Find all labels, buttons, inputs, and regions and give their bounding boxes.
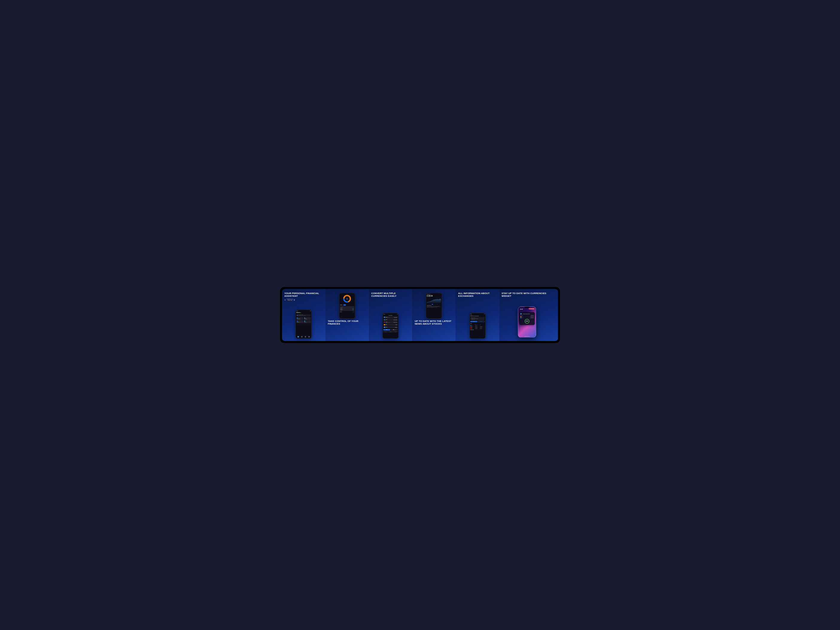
- donut-month-label: June: [346, 298, 348, 299]
- phone-number: 📞 +48 578 332 853: [471, 319, 484, 320]
- phone-mockup-5: 11:11 ●●● ● Open Kantor Metal Market Eur…: [469, 313, 486, 339]
- laurel-container: ❧ Trusted by users ★★★★★ ❦: [284, 298, 323, 301]
- btc-amount: 14.08: [395, 324, 397, 325]
- balance-label: Balance: [340, 309, 343, 310]
- gbp-buy: 1.8659PLN: [475, 327, 480, 328]
- see-all-link[interactable]: See All: [353, 311, 354, 312]
- panel-take-control: June 2024 ◀ May July ▶: [325, 289, 369, 341]
- menu-grid: Budget Planner Track your budget... Exch…: [297, 317, 311, 324]
- menu-budget: Budget Planner Track your budget...: [297, 317, 304, 320]
- eur-mini-flag: [470, 326, 471, 327]
- phone-time-1: 07:36: [297, 311, 298, 311]
- usd-flag: [297, 315, 298, 316]
- paste-btn[interactable]: 📄 Paste: [391, 329, 398, 330]
- usd-rates: EUR 0.93271096 · BTC 0.000000048: [298, 315, 305, 316]
- stocks-icon: [304, 321, 305, 322]
- call-btn[interactable]: Call: [470, 321, 477, 322]
- gbp-widget-info: GBP: [521, 315, 523, 316]
- gbp-widget-code: GBP: [522, 315, 523, 316]
- panel-1-title: YOUR PERSONAL FINANCIAL ASSISTANT: [284, 292, 323, 297]
- btc-widget-code: BTC: [522, 316, 523, 317]
- key-2[interactable]: 2: [388, 331, 393, 332]
- stock-chart-area: [427, 298, 441, 303]
- panel-4-phone-wrapper: Apple Inc. Computers Electronics $ 194.3…: [415, 292, 453, 319]
- usd-full-name: United States Dollar: [386, 317, 390, 318]
- dynamic-island: [524, 306, 530, 308]
- month-july[interactable]: July ▶: [343, 305, 346, 306]
- directions-btn[interactable]: Get Directions: [477, 321, 485, 322]
- chf-buy: 1.8659PLN: [475, 328, 480, 329]
- panel-5-phone-wrapper: 11:11 ●●● ● Open Kantor Metal Market Eur…: [458, 298, 497, 339]
- donut-year-label: 2024: [346, 299, 348, 300]
- gbp-full-name: British Pound Sterling: [386, 322, 390, 323]
- tf-3m[interactable]: 3M: [432, 304, 433, 305]
- phone-mockup-2: June 2024 ◀ May July ▶: [339, 293, 355, 319]
- usd-badge: USD: [470, 325, 475, 325]
- key-1[interactable]: 1: [383, 331, 388, 332]
- btc-widget-info: BTC: [521, 316, 523, 317]
- percent-area: 100%: [521, 319, 534, 324]
- eur-calc-row: EUR Euro 919,322.64: [383, 319, 398, 321]
- outer-container: YOUR PERSONAL FINANCIAL ASSISTANT ❧ Trus…: [280, 287, 560, 343]
- month-may[interactable]: ◀ May: [340, 305, 343, 306]
- numpad: 1 2 3: [383, 331, 398, 332]
- calc-title: Calculator: [383, 315, 398, 316]
- see-more-link[interactable]: See More: [435, 307, 437, 308]
- eth-full-name: Ethereum: [386, 327, 388, 328]
- home-header: Home: [297, 312, 311, 314]
- widget-currency-row-btc: BTC 0.00002459: [521, 316, 534, 317]
- eur-full-name: Euro: [386, 320, 387, 321]
- action-btns: Call Get Directions: [470, 321, 485, 322]
- calculator-icon: [297, 321, 298, 322]
- phone-screen-4: Apple Inc. Computers Electronics $ 194.3…: [426, 293, 442, 319]
- panel-personal-assistant: YOUR PERSONAL FINANCIAL ASSISTANT ❧ Trus…: [282, 289, 325, 341]
- menu-stocks: Stocks Stay up to date...: [304, 321, 311, 324]
- tf-1y[interactable]: 1Y: [433, 304, 435, 305]
- tf-1m[interactable]: 1M: [430, 304, 431, 305]
- expenses-value: 3,000: [352, 309, 354, 309]
- phone-screen-3: 07:42 ●●● Calculator USD: [383, 313, 398, 339]
- eur-buy: 4.261 PLN: [475, 326, 480, 327]
- phone-time-3: 07:42: [383, 314, 385, 314]
- tf-1w[interactable]: 1W: [428, 304, 430, 305]
- tf-1h[interactable]: 1H: [427, 304, 428, 305]
- key-3[interactable]: 3: [393, 331, 398, 332]
- usd-buy: 3.942 PLN: [475, 325, 480, 325]
- stock-info: Apple Inc. Computers Electronics $ 194.3…: [427, 294, 433, 297]
- time-filters: 1H 1W 1M 3M 1Y 5Y MAX: [427, 304, 441, 305]
- widget-currency-row-gbp: GBP 0.782736€: [521, 315, 534, 316]
- rates-header: Buy Sell: [470, 324, 485, 325]
- widget-base-currency: 1 United States Dollar: [522, 314, 530, 314]
- usd-mini-flag: [470, 325, 471, 325]
- summary-balance: Balance 2,959: [340, 309, 354, 311]
- eur-names: EUR Euro: [386, 319, 387, 321]
- btc-widget-value: 0.00002459: [531, 316, 534, 317]
- chf-rate-row: CHF 1.8659PLN 9.309 PLN: [470, 328, 485, 329]
- income-value: 5,959: [352, 308, 354, 308]
- tf-5y[interactable]: 5Y: [435, 304, 436, 305]
- usd-info: 1 United States Dollar EUR 0.93271096 · …: [298, 315, 305, 316]
- menu-exchange: Exchanges Currency exchange...: [304, 317, 311, 320]
- income-label: Income: [340, 308, 342, 308]
- panel-widget: STAY UP TO DATE WITH CURRENCIES WIDGET 1…: [499, 289, 558, 341]
- eth-flag: [384, 327, 385, 328]
- col-buy: Buy: [475, 324, 480, 325]
- stock-chart-svg: [427, 298, 441, 303]
- eur-flag: [384, 319, 385, 320]
- panel-convert-currencies: CONVERT MULTIPLE CURRENCIES EASILY 07:42…: [369, 289, 412, 341]
- usd-amount: 1,000,000: [394, 317, 397, 318]
- signal-3: ●●●: [397, 314, 398, 315]
- btc-flag: [384, 324, 385, 325]
- col-currency: [470, 324, 475, 325]
- tf-max[interactable]: MAX: [436, 304, 438, 305]
- status-bar-3: 07:42 ●●●: [383, 314, 398, 314]
- gbp-sell: 5.528 PLN: [480, 327, 485, 328]
- phone-time-5: 11:11: [470, 314, 472, 314]
- nav-exchange-icon: [305, 336, 306, 338]
- eur-rate-code: EUR: [471, 326, 472, 327]
- widget-phone-time: 13:47: [520, 308, 523, 309]
- gbp-names: GBP British Pound Sterling: [386, 322, 390, 323]
- stock-change: +0.32 ↑ 0.16%: [427, 297, 433, 297]
- panel-4-text: UP TO DATE WITH THE LATEST NEWS ABOUT ST…: [415, 320, 453, 326]
- copy-btn[interactable]: 📋 Copy: [383, 329, 390, 330]
